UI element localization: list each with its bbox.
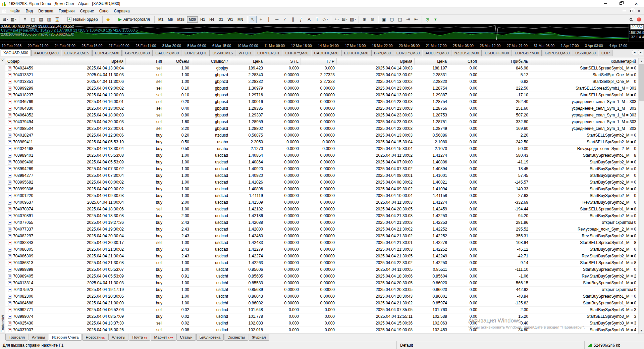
table-row[interactable]: 703989399 2025.04.04 05:53:07 buy 1.00 u… <box>5 266 638 273</box>
menu-item[interactable]: Сервис <box>77 8 97 14</box>
auto-scroll-button[interactable]: ⇥ <box>404 16 412 23</box>
column-header[interactable]: S / L <box>265 58 301 65</box>
chart-tab[interactable]: GBPUSD,M30 <box>122 50 152 56</box>
chart-tab[interactable]: EURCHF,M30 <box>341 50 371 56</box>
chart-tab[interactable]: EURUSD,M15 <box>62 50 92 56</box>
terminal-tab[interactable]: История Счета <box>49 334 82 341</box>
new-order-button[interactable]: Новый ордер <box>65 16 101 23</box>
table-row[interactable]: 704018247 2025.04.04 12:30:06 buy 0.20 n… <box>5 132 638 139</box>
terminal-close-icon[interactable]: × <box>0 58 5 63</box>
table-row[interactable]: 704082343 2025.04.04 20:30:17 sell 1.00 … <box>5 240 638 246</box>
table-row[interactable]: 704013321 2025.04.04 11:30:03 sell 1.00 … <box>5 72 638 79</box>
table-row[interactable]: 703999299 2025.04.04 09:00:02 sell 0.10 … <box>5 85 638 92</box>
column-header[interactable]: Объем <box>164 58 191 65</box>
column-header[interactable]: Ордер <box>5 58 57 65</box>
label-button[interactable]: T <box>313 16 321 23</box>
chart-tab[interactable]: USDCHF,M30 <box>482 50 512 56</box>
column-header[interactable]: T / P <box>301 58 337 65</box>
chart-tab[interactable]: EURUSD,H1 <box>182 50 209 56</box>
data-window-button[interactable]: ◫ <box>29 16 37 23</box>
channel-button[interactable]: ∥ <box>289 16 297 23</box>
terminal-tab[interactable]: Библиотека <box>196 334 224 341</box>
status-profile[interactable]: Default <box>396 341 584 349</box>
shapes-button[interactable]: ◇▾ <box>321 16 329 23</box>
column-header[interactable]: Цена <box>230 58 265 65</box>
terminal-tab[interactable]: Маркет 107 <box>151 334 176 341</box>
table-row[interactable]: 703989405 2025.04.04 05:53:09 buy 0.91 u… <box>5 273 638 280</box>
menu-item[interactable]: Графики <box>56 8 77 14</box>
table-row[interactable]: 704070874 2025.04.04 18:30:06 sell 1.00 … <box>5 206 638 213</box>
fibonacci-button[interactable]: ƒ <box>297 16 305 23</box>
timeframe-w1-button[interactable]: W1 <box>225 16 235 23</box>
terminal-tab[interactable]: Алерты <box>108 334 128 341</box>
table-row[interactable]: 704025430 2025.04.04 13:37:30 sell 0.02 … <box>5 320 638 327</box>
metaeditor-icon[interactable]: ◆ <box>104 16 112 23</box>
table-row[interactable]: 703994269 2025.04.04 07:30:02 buy 1.00 u… <box>5 166 638 172</box>
timeframe-d1-button[interactable]: D1 <box>216 16 225 23</box>
scrollbar-thumb[interactable] <box>639 64 644 101</box>
column-header[interactable]: Комментарий <box>530 58 638 65</box>
table-row[interactable]: 703989411 2025.04.04 05:53:10 buy 0.50 u… <box>5 139 638 146</box>
table-row[interactable]: 704013314 2025.04.04 11:30:03 buy 1.00 u… <box>5 280 638 287</box>
timeframe-h1-button[interactable]: H1 <box>198 16 207 23</box>
cursor-button[interactable]: ↖ <box>249 16 257 23</box>
table-row[interactable]: 704079494 2025.04.04 20:00:03 sell 1.60 … <box>5 119 638 126</box>
vertical-line-button[interactable]: │ <box>265 16 273 23</box>
terminal-tab[interactable]: Эксперты <box>224 334 248 341</box>
timeframe-m5-button[interactable]: M5 <box>166 16 175 23</box>
templates-button[interactable]: ▨▾ <box>349 16 357 23</box>
chart-tab[interactable]: CHFJPY,M30 <box>283 50 311 56</box>
minimize-icon[interactable] <box>598 0 613 7</box>
autotrade-button[interactable]: ▶ Авто-торговля <box>116 16 153 23</box>
table-row[interactable]: 704037007 2025.04.04 15:00:26 sell 0.08 … <box>5 327 638 334</box>
table-row[interactable]: 704077337 2025.04.04 19:30:02 buy 2.43 u… <box>5 226 638 233</box>
table-row[interactable]: 704086309 2025.04.04 21:30:04 buy 2.43 u… <box>5 253 638 260</box>
table-row[interactable]: 703989401 2025.04.04 05:53:08 buy 1.00 u… <box>5 152 638 159</box>
chart-tab[interactable]: EURGBP,M30 <box>512 50 542 56</box>
close-icon[interactable]: × <box>629 0 644 7</box>
chart-plot[interactable]: XAGUSD,M30 29.569 29.608 29.541 29.552 C… <box>0 24 629 42</box>
cascade-windows-button[interactable]: ▢ <box>388 16 396 23</box>
table-row[interactable]: 703994277 2025.04.04 07:30:04 buy 1.00 u… <box>5 172 638 179</box>
chart-tab[interactable]: COP <box>599 50 612 56</box>
timeframe-m15-button[interactable]: M15 <box>175 16 186 23</box>
zoom-in-button[interactable]: ⊕ <box>361 16 368 23</box>
table-row[interactable]: 704018237 2025.04.04 12:30:03 sell 0.10 … <box>5 92 638 99</box>
scroll-down-icon[interactable]: ▼ <box>639 328 644 334</box>
chart-tab[interactable]: EURGBP,M30 <box>92 50 122 56</box>
column-header[interactable]: Тип <box>126 58 164 65</box>
terminal-tab[interactable]: Почта 19 <box>129 334 150 341</box>
table-row[interactable]: 704024459 2025.04.04 13:30:04 sell 1.00 … <box>5 65 638 72</box>
chart-tab[interactable]: CADCHF,M30 <box>312 50 341 56</box>
timeframe-m30-button[interactable]: M30 <box>187 16 198 23</box>
text-button[interactable]: A <box>305 16 313 23</box>
table-row[interactable]: 704082297 2025.04.04 20:30:04 buy 2.43 u… <box>5 233 638 240</box>
profiles-button[interactable]: ▦▾ <box>9 16 17 23</box>
horizontal-line-button[interactable]: ─ <box>273 16 281 23</box>
child-minimize-icon[interactable] <box>621 8 627 14</box>
search-icon[interactable] <box>627 16 635 23</box>
table-row[interactable]: 704086313 2025.04.04 21:30:08 sell 1.00 … <box>5 260 638 266</box>
scheduler-button[interactable]: ◷ <box>424 16 431 23</box>
table-row[interactable]: 704084688 2025.04.04 21:00:00 buy 1.00 u… <box>5 300 638 307</box>
vertical-scrollbar[interactable]: ▲ ▼ <box>638 58 644 334</box>
table-row[interactable]: 704075973 2025.04.04 19:17:19 buy 1.00 u… <box>5 287 638 293</box>
terminal-tab[interactable]: Статьи <box>176 334 196 341</box>
strategy-tester-button[interactable]: ⌛ <box>53 16 61 23</box>
column-header[interactable]: Время <box>337 58 415 65</box>
periodicity-button[interactable]: ⊟▾ <box>341 16 348 23</box>
chart-tab[interactable]: XAUUSD,M30 <box>31 50 61 56</box>
terminal-tab[interactable]: Журнал <box>249 334 269 341</box>
chart-tab[interactable]: COPPER,H1 <box>255 50 282 56</box>
indicators-button[interactable]: ≈▾ <box>333 16 340 23</box>
timeframe-h4-button[interactable]: H4 <box>207 16 216 23</box>
chart-tab[interactable]: EURJPY,M30 <box>394 50 422 56</box>
crosshair-button[interactable]: + <box>257 16 265 23</box>
tabs-scroll-left-icon[interactable]: ◄ <box>632 50 637 55</box>
toolbar-options-button[interactable]: ▾ <box>432 16 439 23</box>
column-header[interactable]: Своп <box>449 58 479 65</box>
terminal-tab[interactable]: Новости 99 <box>82 334 108 341</box>
chart-tab[interactable]: CADJPY,M30 <box>153 50 181 56</box>
timeframe-m1-button[interactable]: M1 <box>156 16 165 23</box>
tile-windows-button[interactable]: ▣ <box>380 16 388 23</box>
